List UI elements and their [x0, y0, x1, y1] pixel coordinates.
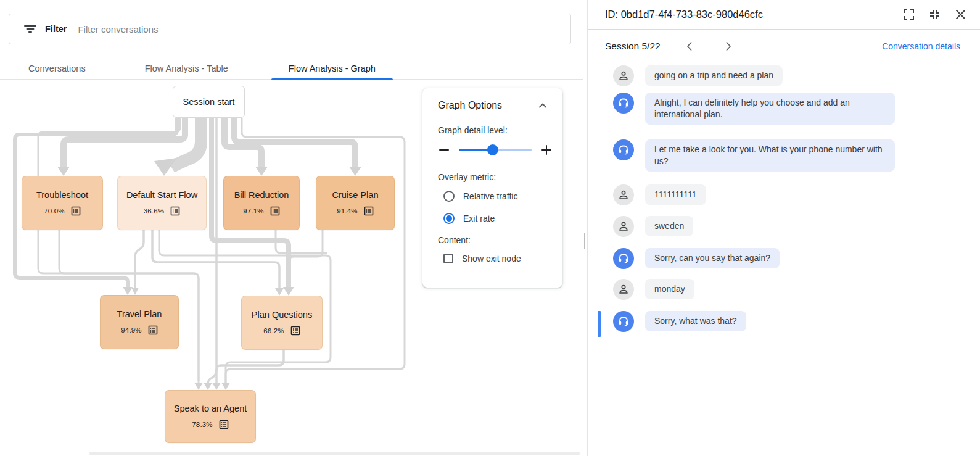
exit-rate-value: 78.3% [192, 421, 213, 428]
node-details-list-icon[interactable] [71, 206, 81, 216]
message-bubble[interactable]: going on a trip and need a plan [645, 65, 783, 86]
node-label: Default Start Flow [126, 190, 197, 200]
session-counter: Session 5/22 [605, 41, 661, 52]
user-avatar-icon [613, 184, 634, 205]
bot-headset-avatar-icon [613, 311, 634, 332]
message-bubble[interactable]: 1111111111 [645, 184, 706, 205]
exit-rate-value: 36.6% [144, 207, 165, 215]
node-label: Travel Plan [117, 309, 162, 319]
tab-bar: Conversations Flow Analysis - Table Flow… [0, 57, 583, 80]
node-details-list-icon[interactable] [170, 206, 180, 216]
user-avatar-icon [613, 279, 634, 300]
app-root: Filter Filter conversations Conversation… [0, 0, 980, 456]
node-details-list-icon[interactable] [270, 206, 280, 216]
tab-flow-analysis-table[interactable]: Flow Analysis - Table [128, 57, 245, 80]
node-label: Session start [183, 97, 235, 107]
message-bubble[interactable]: Sorry, can you say that again? [645, 248, 780, 268]
node-troubleshoot[interactable]: Troubleshoot 70.0% [22, 176, 103, 230]
graph-options-panel: Graph Options Graph detail level: Overla… [422, 88, 562, 288]
message-row-selected[interactable]: Sorry, what was that? [588, 311, 980, 332]
graph-options-title: Graph Options [438, 100, 502, 111]
message-row[interactable]: monday [588, 279, 980, 300]
zoom-out-minus-button[interactable] [438, 144, 450, 156]
radio-circle-selected[interactable] [443, 213, 455, 224]
node-details-list-icon[interactable] [219, 420, 229, 429]
conversation-id: ID: 0bd1d7-4f4-733-83c-980d46cfc [605, 9, 903, 20]
message-row[interactable]: Alright, I can definitely help you choos… [588, 93, 980, 125]
content-label: Content: [438, 235, 553, 245]
overlay-metric-label: Overlay metric: [438, 172, 553, 182]
divider-grip-handle[interactable] [584, 233, 587, 249]
node-label: Troubleshoot [36, 190, 88, 200]
message-row[interactable]: sweden [588, 216, 980, 237]
message-row[interactable]: going on a trip and need a plan [588, 65, 980, 86]
message-bubble[interactable]: Alright, I can definitely help you choos… [645, 93, 895, 125]
node-default-start-flow[interactable]: Default Start Flow 36.6% [117, 176, 207, 230]
node-label: Cruise Plan [332, 190, 379, 200]
exit-rate-value: 97.1% [243, 207, 264, 215]
node-label: Bill Reduction [234, 190, 289, 200]
detail-header: ID: 0bd1d7-4f4-733-83c-980d46cfc [588, 0, 980, 30]
filter-label: Filter [45, 24, 67, 34]
collapse-chevron-up-icon[interactable] [537, 99, 549, 112]
user-avatar-icon [613, 216, 634, 237]
panel-resize-divider[interactable] [583, 0, 588, 456]
node-plan-questions[interactable]: Plan Questions 66.2% [241, 296, 323, 350]
filter-input[interactable]: Filter conversations [78, 24, 158, 35]
node-details-list-icon[interactable] [148, 325, 158, 335]
node-details-list-icon[interactable] [364, 206, 374, 216]
selected-message-indicator [598, 311, 601, 337]
bot-headset-avatar-icon [613, 139, 634, 160]
message-row[interactable]: Let me take a look for you. What is your… [588, 139, 980, 172]
conversation-details-link[interactable]: Conversation details [882, 41, 960, 51]
fullscreen-icon[interactable] [903, 9, 915, 20]
node-bill-reduction[interactable]: Bill Reduction 97.1% [223, 176, 300, 230]
radio-exit-rate[interactable]: Exit rate [443, 213, 553, 224]
bot-headset-avatar-icon [613, 248, 634, 269]
message-bubble[interactable]: Let me take a look for you. What is your… [645, 139, 895, 172]
message-row[interactable]: Sorry, can you say that again? [588, 248, 980, 269]
exit-fullscreen-icon[interactable] [929, 9, 941, 20]
message-bubble[interactable]: monday [645, 279, 694, 299]
tab-flow-analysis-graph[interactable]: Flow Analysis - Graph [271, 57, 393, 80]
close-icon[interactable] [955, 9, 966, 20]
node-session-start[interactable]: Session start [173, 86, 245, 118]
exit-rate-value: 70.0% [44, 207, 65, 215]
graph-detail-level-label: Graph detail level: [438, 125, 553, 135]
message-row[interactable]: 1111111111 [588, 184, 980, 205]
previous-session-button[interactable] [683, 39, 696, 53]
next-session-button[interactable] [722, 39, 735, 53]
node-details-list-icon[interactable] [290, 326, 300, 336]
exit-rate-value: 66.2% [263, 327, 284, 334]
radio-circle[interactable] [443, 191, 455, 202]
tab-conversations[interactable]: Conversations [11, 57, 103, 80]
bot-headset-avatar-icon [613, 93, 634, 114]
message-bubble[interactable]: sweden [645, 216, 693, 236]
message-bubble[interactable]: Sorry, what was that? [645, 311, 746, 331]
radio-relative-traffic[interactable]: Relative traffic [443, 191, 553, 202]
flow-graph-canvas[interactable]: Session start Troubleshoot 70.0% Default… [0, 80, 583, 456]
node-travel-plan[interactable]: Travel Plan 94.9% [100, 295, 179, 349]
slider-thumb[interactable] [487, 144, 498, 155]
exit-rate-value: 94.9% [121, 326, 142, 334]
checkbox-box[interactable] [443, 254, 453, 263]
node-speak-to-an-agent[interactable]: Speak to an Agent 78.3% [165, 390, 256, 443]
node-cruise-plan[interactable]: Cruise Plan 91.4% [316, 176, 395, 230]
session-nav-row: Session 5/22 Conversation details [588, 35, 980, 58]
zoom-in-plus-button[interactable] [540, 144, 553, 156]
conversation-detail-panel: ID: 0bd1d7-4f4-733-83c-980d46cfc Session… [588, 0, 980, 456]
node-label: Plan Questions [252, 310, 312, 320]
flow-analysis-panel: Filter Filter conversations Conversation… [0, 0, 583, 456]
exit-rate-value: 91.4% [337, 207, 358, 215]
filter-bar[interactable]: Filter Filter conversations [9, 14, 571, 44]
node-label: Speak to an Agent [174, 404, 247, 413]
graph-detail-slider-row [438, 144, 553, 156]
filter-icon [24, 23, 36, 35]
horizontal-scrollbar[interactable] [89, 452, 580, 455]
checkbox-show-exit-node[interactable]: Show exit node [443, 254, 553, 263]
user-avatar-icon [613, 65, 634, 86]
